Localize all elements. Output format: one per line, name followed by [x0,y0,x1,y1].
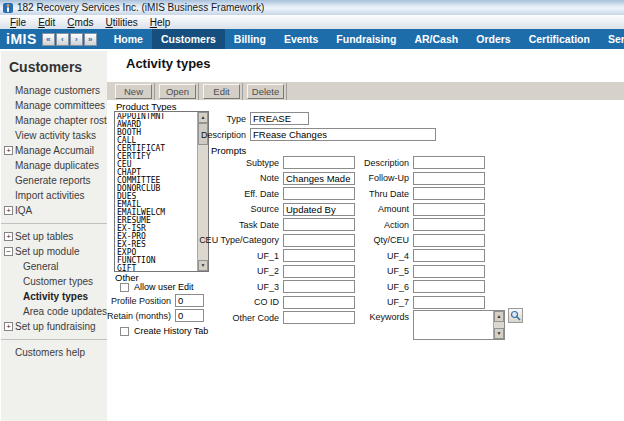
keywords-label: Keywords [359,310,413,322]
follow-up-input[interactable] [413,172,485,185]
tab-fundraising[interactable]: Fundraising [327,29,405,49]
menu-item-file[interactable]: File [4,17,32,28]
sidebar-item-general[interactable]: General [1,259,121,274]
menu-item-utilities[interactable]: Utilities [100,17,144,28]
new-button[interactable]: New [115,84,152,99]
eff-date-input[interactable] [283,187,355,200]
sidebar-item-label: General [23,261,59,272]
uf-5-input[interactable] [413,265,485,278]
scroll-down-icon[interactable]: ▼ [494,328,504,339]
keywords-textarea[interactable] [414,311,492,339]
sidebar-item-manage-duplicates[interactable]: Manage duplicates [1,158,121,173]
uf-6-input[interactable] [413,280,485,293]
description-input[interactable] [413,156,485,169]
expand-icon[interactable]: + [4,206,13,215]
keywords-scrollbar[interactable]: ▲ ▼ [493,311,504,339]
tab-home[interactable]: Home [105,29,152,49]
menu-item-cmds[interactable]: Cmds [61,17,99,28]
sidebar-item-manage-committees[interactable]: Manage committees [1,98,121,113]
sidebar-item-label: View activity tasks [15,130,96,141]
field-row-ceu-type-category: CEU Type/Category [107,234,355,247]
menu-item-edit[interactable]: Edit [32,17,61,28]
sidebar-item-set-up-module[interactable]: −Set up module [1,244,121,259]
sidebar-item-manage-customers[interactable]: Manage customers [1,83,121,98]
expand-icon[interactable]: + [4,232,13,241]
nav-first-icon[interactable]: « [42,33,55,46]
amount-input[interactable] [413,203,485,216]
uf-7-input[interactable] [413,296,485,309]
thru-date-input[interactable] [413,187,485,200]
open-button[interactable]: Open [159,84,196,99]
field-row-description: Description [359,156,485,169]
sidebar-item-label: Manage committees [15,100,105,111]
sidebar-item-iqa[interactable]: +IQA [1,203,121,218]
toolbar-separator [198,83,199,100]
field-row-task-date: Task Date [107,218,355,231]
nav-prev-icon[interactable]: ‹ [56,33,69,46]
field-row-thru-date: Thru Date [359,187,485,200]
expand-icon[interactable]: + [4,322,13,331]
task-date-input[interactable] [283,218,355,231]
description-label: Description [359,158,413,168]
create-history-tab-checkbox[interactable] [120,327,129,336]
delete-button[interactable]: Delete [247,84,284,99]
expand-icon[interactable]: + [4,146,13,155]
ceu-type-category-input[interactable] [283,234,355,247]
tab-events[interactable]: Events [275,29,327,49]
source-input[interactable] [283,203,355,216]
co-id-input[interactable] [283,296,355,309]
keywords-lookup-button[interactable] [508,308,523,323]
qty-ceu-input[interactable] [413,234,485,247]
keywords-box: ▲ ▼ [413,310,505,340]
tab-billing[interactable]: Billing [225,29,275,49]
sidebar-item-set-up-tables[interactable]: +Set up tables [1,229,121,244]
subtype-input[interactable] [283,156,355,169]
uf-4-input[interactable] [413,249,485,262]
sidebar-item-manage-chapter-rosters[interactable]: Manage chapter rosters [1,113,121,128]
edit-button[interactable]: Edit [203,84,240,99]
description-input[interactable] [250,128,436,141]
field-row-qty-ceu: Qty/CEU [359,234,485,247]
action-input[interactable] [413,218,485,231]
source-label: Source [107,204,283,214]
uf-2-input[interactable] [283,265,355,278]
sidebar-item-customer-types[interactable]: Customer types [1,274,121,289]
menu-item-help[interactable]: Help [144,17,177,28]
sidebar-item-manage-accumail[interactable]: +Manage Accumail [1,143,121,158]
sidebar-panel: Customers Manage customersManage committ… [0,49,121,421]
sidebar-item-set-up-fundraising[interactable]: +Set up fundraising [1,319,121,334]
sidebar-item-import-activities[interactable]: Import activities [1,188,121,203]
type-input[interactable] [250,112,309,125]
sidebar-item-activity-types[interactable]: Activity types [1,289,121,304]
keywords-field-row: Keywords ▲ ▼ [359,310,523,340]
uf-3-input[interactable] [283,280,355,293]
tab-orders[interactable]: Orders [467,29,519,49]
note-input[interactable] [283,172,355,185]
sidebar-item-label: Activity types [23,291,88,302]
tab-service-central[interactable]: Service Central [599,29,624,49]
nav-next-icon[interactable]: › [70,33,83,46]
page-title: Activity types [126,56,211,71]
nav-tabs: HomeCustomersBillingEventsFundraisingAR/… [105,29,624,49]
field-row-uf-5: UF_5 [359,265,485,278]
other-code-input[interactable] [283,311,355,324]
scroll-up-icon[interactable]: ▲ [494,311,504,322]
type-label: Type [107,114,250,124]
field-row-uf-6: UF_6 [359,280,485,293]
nav-last-icon[interactable]: » [84,33,97,46]
tab-customers[interactable]: Customers [152,29,225,49]
uf-4-label: UF_4 [359,251,413,261]
sidebar-item-generate-reports[interactable]: Generate reports [1,173,121,188]
create-history-tab-label: Create History Tab [134,326,208,336]
sidebar-separator [1,339,121,340]
uf-1-input[interactable] [283,249,355,262]
field-row-note: Note [107,172,355,185]
collapse-icon[interactable]: − [4,247,13,256]
sidebar-item-area-code-updates[interactable]: Area code updates [1,304,121,319]
sidebar-item-view-activity-tasks[interactable]: View activity tasks [1,128,121,143]
sidebar-header: Customers [1,55,121,83]
tab-ar-cash[interactable]: AR/Cash [405,29,467,49]
co-id-label: CO ID [107,297,283,307]
tab-certification[interactable]: Certification [520,29,599,49]
sidebar-item-customers-help[interactable]: Customers help [1,345,121,360]
